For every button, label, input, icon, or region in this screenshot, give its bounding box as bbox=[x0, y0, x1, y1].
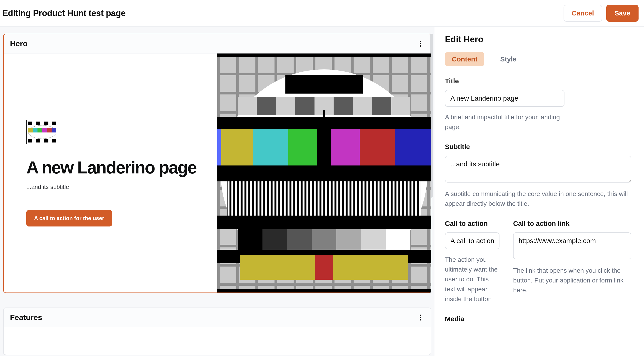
cta-link-help: The link that opens when you click the b… bbox=[513, 266, 631, 295]
cta-label: Call to action bbox=[445, 220, 500, 227]
svg-point-3 bbox=[420, 315, 421, 316]
cta-link-input[interactable] bbox=[513, 232, 631, 259]
main-area: Hero bbox=[0, 26, 644, 356]
section-menu-hero[interactable] bbox=[416, 40, 424, 48]
page-title: Editing Product Hunt test page bbox=[2, 9, 126, 18]
cta-input[interactable] bbox=[445, 232, 500, 249]
svg-point-1 bbox=[420, 43, 421, 44]
title-help: A brief and impactful title for your lan… bbox=[445, 112, 563, 132]
field-cta-row: Call to action The action you ultimately… bbox=[445, 220, 631, 304]
hero-logo-image bbox=[26, 120, 58, 144]
media-label: Media bbox=[445, 315, 631, 323]
subtitle-help: A subtitle communicating the core value … bbox=[445, 189, 631, 209]
subtitle-label: Subtitle bbox=[445, 143, 631, 151]
cta-help: The action you ultimately want the user … bbox=[445, 255, 500, 304]
section-card-features[interactable]: Features bbox=[3, 307, 431, 355]
kebab-icon bbox=[420, 41, 421, 47]
title-label: Title bbox=[445, 77, 631, 85]
hero-subtitle: ...and its subtitle bbox=[26, 184, 204, 191]
hero-title: A new Landerino page bbox=[26, 159, 204, 176]
features-body bbox=[4, 327, 431, 355]
save-button[interactable]: Save bbox=[606, 5, 638, 22]
top-actions: Cancel Save bbox=[564, 5, 642, 22]
top-bar: Editing Product Hunt test page Cancel Sa… bbox=[0, 0, 644, 26]
section-header-hero: Hero bbox=[4, 34, 431, 54]
field-cta: Call to action The action you ultimately… bbox=[445, 220, 500, 304]
sidebar-tabs: Content Style bbox=[445, 52, 631, 66]
kebab-icon bbox=[420, 314, 421, 321]
edit-sidebar: Edit Hero Content Style Title A brief an… bbox=[434, 27, 644, 356]
field-title: Title A brief and impactful title for yo… bbox=[445, 77, 631, 132]
test-card-image bbox=[217, 54, 431, 292]
svg-point-5 bbox=[420, 319, 421, 320]
title-input[interactable] bbox=[445, 90, 564, 107]
section-title-hero: Hero bbox=[10, 39, 28, 48]
cancel-button[interactable]: Cancel bbox=[564, 5, 602, 22]
tab-content[interactable]: Content bbox=[445, 52, 484, 66]
sidebar-heading: Edit Hero bbox=[445, 35, 631, 44]
tab-style[interactable]: Style bbox=[493, 52, 523, 66]
canvas-column: Hero bbox=[0, 27, 434, 356]
svg-point-0 bbox=[420, 41, 421, 42]
subtitle-input[interactable] bbox=[445, 156, 631, 183]
section-menu-features[interactable] bbox=[416, 313, 424, 322]
hero-body: A new Landerino page ...and its subtitle… bbox=[4, 54, 431, 292]
field-cta-link: Call to action link The link that opens … bbox=[513, 220, 631, 304]
section-card-hero[interactable]: Hero bbox=[3, 34, 431, 293]
hero-left: A new Landerino page ...and its subtitle… bbox=[4, 54, 217, 292]
hero-cta-button[interactable]: A call to action for the user bbox=[26, 210, 112, 227]
section-header-features: Features bbox=[4, 308, 431, 327]
section-title-features: Features bbox=[10, 313, 42, 322]
field-subtitle: Subtitle A subtitle communicating the co… bbox=[445, 143, 631, 209]
svg-point-4 bbox=[420, 317, 421, 318]
cta-link-label: Call to action link bbox=[513, 220, 631, 227]
svg-point-2 bbox=[420, 45, 421, 47]
hero-image bbox=[217, 54, 431, 292]
